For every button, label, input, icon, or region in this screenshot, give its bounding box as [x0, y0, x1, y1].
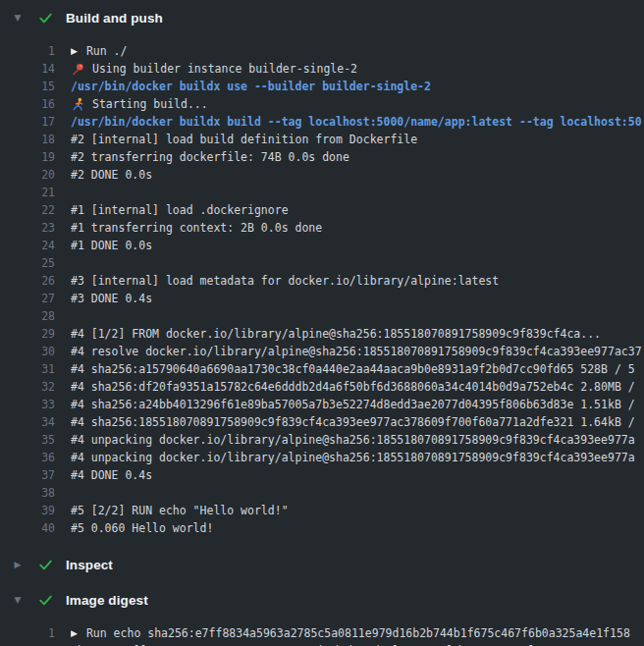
log-row: 4 sha256:e7ff8834a5963a2785c5a0811e979d1… — [0, 642, 644, 646]
line-text: #1 transferring context: 2B 0.0s done — [71, 219, 322, 237]
line-number[interactable]: 40 — [0, 519, 55, 537]
line-number[interactable]: 21 — [0, 184, 55, 201]
line-number[interactable]: 4 — [0, 642, 55, 646]
line-content: #2 transferring dockerfile: 74B 0.0s don… — [71, 148, 349, 166]
line-text: /usr/bin/docker buildx build --tag local… — [71, 113, 642, 131]
line-text: #3 DONE 0.4s — [71, 290, 152, 307]
line-content: #5 [2/2] RUN echo "Hello world!" — [71, 502, 289, 519]
line-number[interactable]: 25 — [0, 254, 55, 272]
line-text: #2 transferring dockerfile: 74B 0.0s don… — [71, 148, 349, 166]
expand-caret-icon[interactable]: ▶ — [71, 42, 78, 60]
line-number[interactable]: 18 — [0, 131, 55, 148]
line-text: #1 [internal] load .dockerignore — [71, 201, 289, 219]
line-number[interactable]: 26 — [0, 272, 55, 290]
line-number[interactable]: 27 — [0, 290, 55, 307]
line-content: ▶ Run ./ — [71, 42, 127, 60]
line-content: #1 DONE 0.0s — [71, 237, 152, 254]
chevron-icon[interactable]: ▼ — [12, 596, 24, 605]
line-text: sha256:e7ff8834a5963a2785c5a0811e979d16b… — [71, 642, 554, 646]
line-number[interactable]: 1 — [0, 624, 55, 642]
line-number[interactable]: 38 — [0, 484, 55, 502]
log-row: 35 #4 unpacking docker.io/library/alpine… — [0, 431, 644, 449]
line-text: Using builder instance builder-single-2 — [92, 60, 357, 78]
check-icon — [38, 558, 53, 572]
log-row: 18 #2 [internal] load build definition f… — [0, 131, 644, 148]
log-row: 33 #4 sha256:a24bb4013296f61e89ba57005a7… — [0, 396, 644, 413]
line-text: #4 resolve docker.io/library/alpine@sha2… — [71, 343, 642, 360]
log-row: 38 — [0, 484, 644, 502]
line-number[interactable]: 37 — [0, 466, 55, 484]
line-number[interactable]: 20 — [0, 166, 55, 184]
log-row: 36 #4 unpacking docker.io/library/alpine… — [0, 449, 644, 466]
section-title: Build and push — [66, 11, 163, 26]
log-row: 30 #4 resolve docker.io/library/alpine@s… — [0, 343, 644, 360]
line-number[interactable]: 35 — [0, 431, 55, 449]
check-icon — [38, 11, 53, 26]
log-row: 37 #4 DONE 0.4s — [0, 466, 644, 484]
line-number[interactable]: 15 — [0, 78, 55, 95]
log-row: 29 #4 [1/2] FROM docker.io/library/alpin… — [0, 325, 644, 343]
line-number[interactable]: 23 — [0, 219, 55, 237]
section-header[interactable]: ▶ Inspect — [0, 547, 644, 582]
runner-icon — [71, 97, 85, 112]
log-row: 14 Using builder instance builder-single… — [0, 60, 644, 78]
log-row: 27 #3 DONE 0.4s — [0, 290, 644, 307]
line-number[interactable]: 33 — [0, 396, 55, 413]
section-header[interactable]: ▼ Build and push — [0, 0, 644, 35]
log-row: 34 #4 sha256:185518070891758909c9f839cf4… — [0, 413, 644, 431]
log-row: 21 — [0, 184, 644, 201]
line-text: #4 sha256:df20fa9351a15782c64e6dddb2d4a6… — [71, 378, 635, 396]
log-row: 28 — [0, 307, 644, 325]
line-content: #3 [internal] load metadata for docker.i… — [71, 272, 499, 290]
log-section: ▼ Build and push 1 ▶ Run ./ 14 — [0, 0, 644, 547]
section-header[interactable]: ▼ Image digest — [0, 582, 644, 618]
line-number[interactable]: 24 — [0, 237, 55, 254]
log-viewer: ▼ Build and push 1 ▶ Run ./ 14 — [0, 0, 644, 646]
line-text: #4 unpacking docker.io/library/alpine@sh… — [71, 449, 635, 466]
log-row: 1 ▶ Run echo sha256:e7ff8834a5963a2785c5… — [0, 624, 644, 642]
line-content: #4 unpacking docker.io/library/alpine@sh… — [71, 449, 635, 466]
line-number[interactable]: 32 — [0, 378, 55, 396]
chevron-icon[interactable]: ▶ — [12, 561, 24, 569]
line-number[interactable]: 29 — [0, 325, 55, 343]
line-text: /usr/bin/docker buildx use --builder bui… — [71, 78, 431, 95]
line-number[interactable]: 19 — [0, 148, 55, 166]
line-content: #2 [internal] load build definition from… — [71, 131, 417, 148]
line-number[interactable]: 36 — [0, 449, 55, 466]
chevron-icon[interactable]: ▼ — [12, 14, 24, 23]
expand-caret-icon[interactable]: ▶ — [71, 624, 78, 642]
pushpin-icon — [71, 62, 85, 77]
log-lines: 1 ▶ Run ./ 14 Using builder instance bui… — [0, 35, 644, 547]
line-text: Run echo sha256:e7ff8834a5963a2785c5a081… — [86, 624, 630, 642]
line-number[interactable]: 34 — [0, 413, 55, 431]
line-number[interactable]: 16 — [0, 95, 55, 113]
log-row: 1 ▶ Run ./ — [0, 42, 644, 60]
line-text: #4 unpacking docker.io/library/alpine@sh… — [71, 431, 635, 449]
line-number[interactable]: 28 — [0, 307, 55, 325]
log-row: 17 /usr/bin/docker buildx build --tag lo… — [0, 113, 644, 131]
line-number[interactable]: 14 — [0, 60, 55, 78]
line-content: #4 unpacking docker.io/library/alpine@sh… — [71, 431, 635, 449]
line-text: #4 DONE 0.4s — [71, 466, 152, 484]
line-number[interactable]: 17 — [0, 113, 55, 131]
line-text: #2 DONE 0.0s — [71, 166, 152, 184]
line-text: Starting build... — [92, 95, 208, 113]
line-number[interactable]: 1 — [0, 42, 55, 60]
line-text: #4 sha256:185518070891758909c9f839cf4ca3… — [71, 413, 635, 431]
line-number[interactable]: 30 — [0, 343, 55, 360]
line-text: #5 0.060 Hello world! — [71, 519, 213, 537]
line-content: #4 sha256:df20fa9351a15782c64e6dddb2d4a6… — [71, 378, 635, 396]
log-row: 22 #1 [internal] load .dockerignore — [0, 201, 644, 219]
line-content: #3 DONE 0.4s — [71, 290, 152, 307]
line-number[interactable]: 39 — [0, 502, 55, 519]
log-row: 31 #4 sha256:a15790640a6690aa1730c38cf0a… — [0, 360, 644, 378]
line-text: Run ./ — [86, 42, 128, 60]
log-section: ▶ Inspect — [0, 547, 644, 582]
line-content: sha256:e7ff8834a5963a2785c5a0811e979d16b… — [71, 642, 554, 646]
line-number[interactable]: 31 — [0, 360, 55, 378]
log-row: 24 #1 DONE 0.0s — [0, 237, 644, 254]
log-lines: 1 ▶ Run echo sha256:e7ff8834a5963a2785c5… — [0, 618, 644, 646]
line-number[interactable]: 22 — [0, 201, 55, 219]
section-title: Image digest — [66, 593, 148, 608]
log-row: 39 #5 [2/2] RUN echo "Hello world!" — [0, 502, 644, 519]
